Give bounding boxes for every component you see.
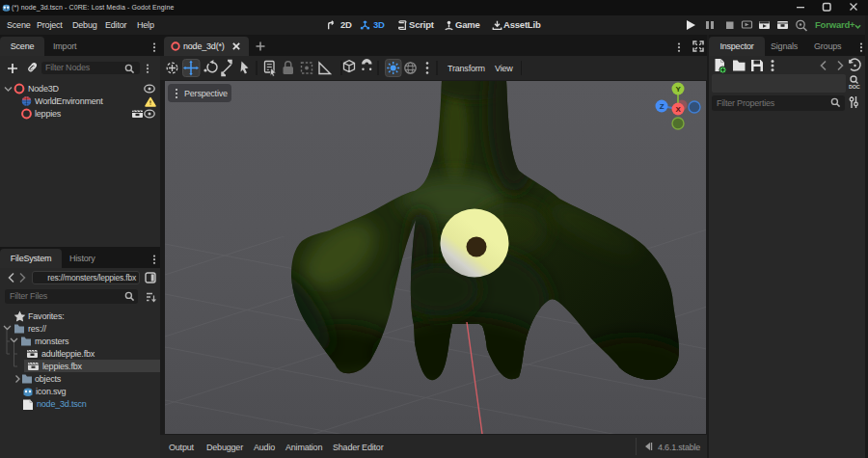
- svg-text:X: X: [675, 105, 681, 114]
- svg-text:Z: Z: [660, 102, 665, 111]
- svg-text:DOC: DOC: [849, 84, 860, 90]
- svg-text:Y: Y: [675, 85, 681, 94]
